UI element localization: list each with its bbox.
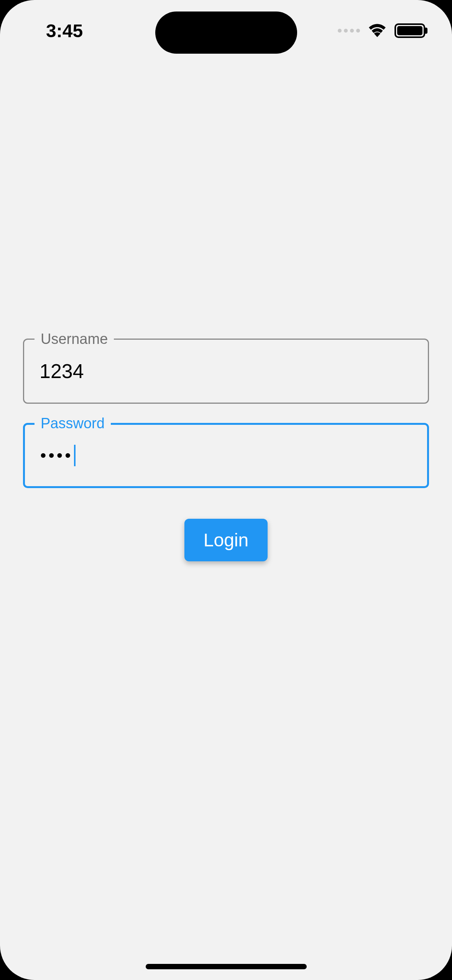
battery-icon <box>394 23 425 38</box>
login-button[interactable]: Login <box>184 519 268 561</box>
home-indicator[interactable] <box>146 964 307 969</box>
login-screen: Username •••• Password Login <box>0 0 452 980</box>
wifi-icon <box>368 22 387 39</box>
login-form: Username •••• Password Login <box>23 339 429 561</box>
username-field[interactable]: Username <box>23 339 429 404</box>
password-input[interactable]: •••• <box>40 445 76 466</box>
status-indicators <box>338 22 425 39</box>
text-cursor <box>74 445 76 466</box>
device-frame: 3:45 Username <box>0 0 452 980</box>
dynamic-island <box>155 12 297 54</box>
password-label: Password <box>35 415 111 432</box>
username-label: Username <box>35 331 114 347</box>
cellular-icon <box>338 29 360 33</box>
username-input[interactable] <box>39 360 413 383</box>
password-field[interactable]: •••• Password <box>23 423 429 488</box>
status-time: 3:45 <box>46 20 83 41</box>
